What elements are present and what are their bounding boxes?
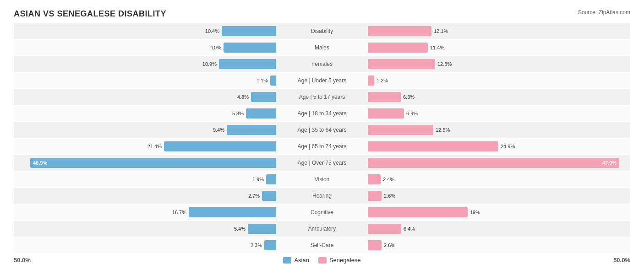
- row-label: Hearing: [276, 193, 368, 199]
- right-value: 2.6%: [384, 242, 395, 248]
- chart-area: 10.4% Disability 12.1% 10%: [14, 23, 630, 253]
- left-value: 4.8%: [237, 94, 249, 100]
- right-value: 12.1%: [434, 28, 448, 34]
- right-value: 1.2%: [377, 78, 388, 83]
- left-bar: [224, 43, 276, 53]
- row-label: Age | 35 to 64 years: [276, 127, 368, 133]
- footer-left-label: 50.0%: [14, 257, 31, 264]
- right-value: 6.4%: [404, 226, 415, 232]
- source-label: Source: ZipAtlas.com: [578, 9, 630, 16]
- right-value: 24.9%: [501, 144, 515, 149]
- row-label: Females: [276, 61, 368, 67]
- right-bar: [368, 207, 468, 217]
- right-bar: 47.9%: [368, 158, 619, 168]
- left-value: 10%: [211, 45, 221, 50]
- right-bar: [368, 108, 404, 118]
- left-value: 2.7%: [248, 193, 260, 199]
- legend-color-senegalese: [318, 257, 327, 264]
- left-bar: [246, 108, 276, 118]
- row-label: Disability: [276, 28, 368, 34]
- left-value: 16.7%: [172, 210, 186, 215]
- row-label: Age | 65 to 74 years: [276, 143, 368, 150]
- left-bar: [222, 26, 276, 36]
- chart-title: ASIAN VS SENEGALESE DISABILITY: [14, 9, 166, 19]
- right-bar: [368, 26, 431, 36]
- row-label: Age | Under 5 years: [276, 77, 368, 84]
- left-value: 1.9%: [252, 177, 264, 182]
- left-bar: 46.9%: [30, 158, 276, 168]
- legend-item-senegalese: Senegalese: [318, 257, 361, 264]
- bar-row: 1.9% Vision 2.4%: [14, 172, 630, 187]
- right-value: 6.9%: [406, 111, 418, 116]
- bar-row: 16.7% Cognitive 19%: [14, 205, 630, 220]
- left-value: 5.8%: [232, 111, 244, 116]
- left-bar: [189, 207, 276, 217]
- right-value: 19%: [470, 210, 480, 215]
- right-bar: [368, 43, 428, 53]
- row-label: Males: [276, 44, 368, 51]
- bar-row: 2.3% Self-Care 2.6%: [14, 237, 630, 253]
- legend: Asian Senegalese: [31, 257, 613, 264]
- right-bar: [368, 141, 498, 151]
- bar-row: 46.9% Age | Over 75 years 47.9%: [14, 155, 630, 171]
- left-value: 21.4%: [147, 144, 162, 149]
- right-bar: [368, 92, 401, 102]
- bar-row: 5.4% Ambulatory 6.4%: [14, 221, 630, 237]
- right-bar: [368, 125, 433, 135]
- left-value: 5.4%: [234, 226, 246, 232]
- bar-row: 5.8% Age | 18 to 34 years 6.9%: [14, 106, 630, 121]
- right-bar: [368, 59, 435, 69]
- chart-footer: 50.0% Asian Senegalese 50.0%: [14, 257, 630, 264]
- row-label: Vision: [276, 176, 368, 183]
- row-label: Cognitive: [276, 209, 368, 215]
- right-value: 12.5%: [436, 127, 450, 133]
- right-value: 11.4%: [430, 45, 444, 50]
- bar-row: 1.1% Age | Under 5 years 1.2%: [14, 73, 630, 88]
- left-bar: [266, 174, 276, 184]
- bar-row: 4.8% Age | 5 to 17 years 6.3%: [14, 89, 630, 105]
- bar-row: 21.4% Age | 65 to 74 years 24.9%: [14, 139, 630, 154]
- left-bar: [248, 224, 276, 234]
- row-label: Age | 18 to 34 years: [276, 110, 368, 117]
- left-value: 1.1%: [257, 78, 268, 83]
- page-container: ASIAN VS SENEGALESE DISABILITY Source: Z…: [14, 9, 630, 264]
- row-label: Age | Over 75 years: [276, 160, 368, 166]
- bar-row: 2.7% Hearing 2.6%: [14, 188, 630, 204]
- right-value: 6.3%: [403, 94, 415, 100]
- legend-label-asian: Asian: [294, 257, 309, 264]
- left-value: 10.4%: [205, 28, 219, 34]
- left-value: 10.9%: [202, 61, 217, 67]
- left-bar: [262, 191, 276, 201]
- legend-color-asian: [283, 257, 291, 264]
- row-label: Ambulatory: [276, 226, 368, 232]
- left-bar: [219, 59, 276, 69]
- left-value: 9.4%: [213, 127, 224, 133]
- right-bar: [368, 75, 374, 86]
- footer-right-label: 50.0%: [613, 257, 630, 264]
- row-label: Age | 5 to 17 years: [276, 94, 368, 100]
- right-value: 2.6%: [384, 193, 395, 199]
- row-label: Self-Care: [276, 242, 368, 248]
- bar-row: 9.4% Age | 35 to 64 years 12.5%: [14, 122, 630, 138]
- legend-label-senegalese: Senegalese: [329, 257, 361, 264]
- right-value: 12.8%: [437, 61, 452, 67]
- left-bar: [227, 125, 276, 135]
- right-value: 2.4%: [383, 177, 394, 182]
- left-bar: [270, 75, 276, 86]
- bar-row: 10% Males 11.4%: [14, 40, 630, 55]
- left-bar: [251, 92, 276, 102]
- legend-item-asian: Asian: [283, 257, 309, 264]
- right-bar: [368, 224, 401, 234]
- right-bar: [368, 240, 382, 250]
- left-bar: [164, 141, 276, 151]
- bar-row: 10.4% Disability 12.1%: [14, 23, 630, 39]
- right-bar: [368, 174, 381, 184]
- right-bar: [368, 191, 382, 201]
- left-value: 2.3%: [251, 242, 262, 248]
- left-bar: [264, 240, 276, 250]
- bar-row: 10.9% Females 12.8%: [14, 56, 630, 72]
